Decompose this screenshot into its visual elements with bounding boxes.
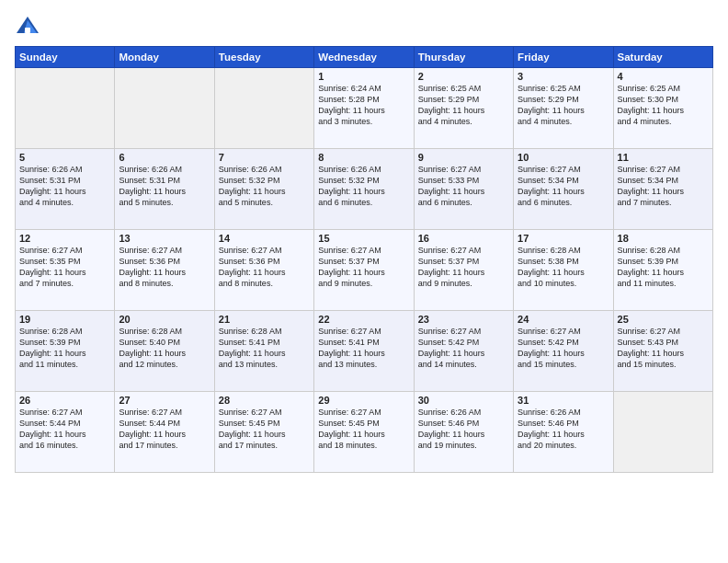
day-number: 15 [318,233,409,244]
page: SundayMondayTuesdayWednesdayThursdayFrid… [0,0,728,563]
day-number: 22 [318,314,409,325]
day-cell-28: 28Sunrise: 6:27 AMSunset: 5:45 PMDayligh… [214,392,313,473]
day-number: 27 [119,395,210,406]
day-cell-18: 18Sunrise: 6:28 AMSunset: 5:39 PMDayligh… [613,230,712,311]
day-cell-3: 3Sunrise: 6:25 AMSunset: 5:29 PMDaylight… [514,68,613,149]
day-cell-19: 19Sunrise: 6:28 AMSunset: 5:39 PMDayligh… [16,311,115,392]
day-number: 16 [418,233,509,244]
empty-cell [115,68,214,149]
day-content: Sunrise: 6:25 AMSunset: 5:29 PMDaylight:… [518,83,609,128]
day-number: 28 [219,395,310,406]
week-row-2: 5Sunrise: 6:26 AMSunset: 5:31 PMDaylight… [16,149,713,230]
weekday-header-row: SundayMondayTuesdayWednesdayThursdayFrid… [16,47,713,68]
day-cell-1: 1Sunrise: 6:24 AMSunset: 5:28 PMDaylight… [314,68,414,149]
day-content: Sunrise: 6:26 AMSunset: 5:46 PMDaylight:… [418,407,509,452]
weekday-saturday: Saturday [613,47,712,68]
day-content: Sunrise: 6:28 AMSunset: 5:41 PMDaylight:… [219,326,310,371]
day-cell-10: 10Sunrise: 6:27 AMSunset: 5:34 PMDayligh… [514,149,613,230]
week-row-5: 26Sunrise: 6:27 AMSunset: 5:44 PMDayligh… [16,392,713,473]
day-content: Sunrise: 6:27 AMSunset: 5:35 PMDaylight:… [19,245,110,290]
weekday-sunday: Sunday [16,47,115,68]
day-cell-14: 14Sunrise: 6:27 AMSunset: 5:36 PMDayligh… [214,230,313,311]
day-content: Sunrise: 6:27 AMSunset: 5:36 PMDaylight:… [119,245,210,290]
day-number: 1 [318,71,409,82]
day-content: Sunrise: 6:24 AMSunset: 5:28 PMDaylight:… [318,83,409,128]
day-cell-11: 11Sunrise: 6:27 AMSunset: 5:34 PMDayligh… [613,149,712,230]
day-content: Sunrise: 6:26 AMSunset: 5:31 PMDaylight:… [119,164,210,209]
day-content: Sunrise: 6:27 AMSunset: 5:44 PMDaylight:… [19,407,110,452]
day-cell-7: 7Sunrise: 6:26 AMSunset: 5:32 PMDaylight… [214,149,313,230]
day-content: Sunrise: 6:27 AMSunset: 5:33 PMDaylight:… [418,164,509,209]
day-content: Sunrise: 6:27 AMSunset: 5:34 PMDaylight:… [518,164,609,209]
week-row-4: 19Sunrise: 6:28 AMSunset: 5:39 PMDayligh… [16,311,713,392]
day-cell-23: 23Sunrise: 6:27 AMSunset: 5:42 PMDayligh… [414,311,513,392]
day-number: 2 [418,71,509,82]
day-number: 7 [219,152,310,163]
day-number: 3 [518,71,609,82]
day-content: Sunrise: 6:28 AMSunset: 5:40 PMDaylight:… [119,326,210,371]
day-cell-16: 16Sunrise: 6:27 AMSunset: 5:37 PMDayligh… [414,230,513,311]
day-content: Sunrise: 6:28 AMSunset: 5:38 PMDaylight:… [518,245,609,290]
day-content: Sunrise: 6:27 AMSunset: 5:45 PMDaylight:… [219,407,310,452]
day-number: 10 [518,152,609,163]
day-content: Sunrise: 6:26 AMSunset: 5:46 PMDaylight:… [518,407,609,452]
day-cell-22: 22Sunrise: 6:27 AMSunset: 5:41 PMDayligh… [314,311,414,392]
day-cell-15: 15Sunrise: 6:27 AMSunset: 5:37 PMDayligh… [314,230,414,311]
day-cell-25: 25Sunrise: 6:27 AMSunset: 5:43 PMDayligh… [613,311,712,392]
day-number: 17 [518,233,609,244]
weekday-tuesday: Tuesday [214,47,313,68]
day-content: Sunrise: 6:27 AMSunset: 5:43 PMDaylight:… [618,326,709,371]
day-cell-8: 8Sunrise: 6:26 AMSunset: 5:32 PMDaylight… [314,149,414,230]
day-cell-12: 12Sunrise: 6:27 AMSunset: 5:35 PMDayligh… [16,230,115,311]
day-number: 26 [19,395,110,406]
day-cell-13: 13Sunrise: 6:27 AMSunset: 5:36 PMDayligh… [115,230,214,311]
day-cell-21: 21Sunrise: 6:28 AMSunset: 5:41 PMDayligh… [214,311,313,392]
day-number: 11 [618,152,709,163]
day-number: 13 [119,233,210,244]
day-content: Sunrise: 6:26 AMSunset: 5:31 PMDaylight:… [19,164,110,209]
logo-icon [15,13,40,39]
day-content: Sunrise: 6:27 AMSunset: 5:34 PMDaylight:… [618,164,709,209]
day-content: Sunrise: 6:27 AMSunset: 5:42 PMDaylight:… [518,326,609,371]
svg-rect-2 [25,28,30,33]
day-content: Sunrise: 6:27 AMSunset: 5:41 PMDaylight:… [318,326,409,371]
weekday-wednesday: Wednesday [314,47,414,68]
day-cell-6: 6Sunrise: 6:26 AMSunset: 5:31 PMDaylight… [115,149,214,230]
day-number: 31 [518,395,609,406]
day-cell-30: 30Sunrise: 6:26 AMSunset: 5:46 PMDayligh… [414,392,513,473]
day-number: 12 [19,233,110,244]
day-content: Sunrise: 6:27 AMSunset: 5:42 PMDaylight:… [418,326,509,371]
day-number: 23 [418,314,509,325]
day-cell-5: 5Sunrise: 6:26 AMSunset: 5:31 PMDaylight… [16,149,115,230]
day-content: Sunrise: 6:27 AMSunset: 5:44 PMDaylight:… [119,407,210,452]
empty-cell [613,392,712,473]
day-number: 20 [119,314,210,325]
day-cell-27: 27Sunrise: 6:27 AMSunset: 5:44 PMDayligh… [115,392,214,473]
day-cell-9: 9Sunrise: 6:27 AMSunset: 5:33 PMDaylight… [414,149,513,230]
day-cell-2: 2Sunrise: 6:25 AMSunset: 5:29 PMDaylight… [414,68,513,149]
weekday-thursday: Thursday [414,47,513,68]
day-number: 24 [518,314,609,325]
day-number: 4 [618,71,709,82]
day-number: 14 [219,233,310,244]
day-cell-24: 24Sunrise: 6:27 AMSunset: 5:42 PMDayligh… [514,311,613,392]
day-cell-31: 31Sunrise: 6:26 AMSunset: 5:46 PMDayligh… [514,392,613,473]
empty-cell [214,68,313,149]
day-content: Sunrise: 6:26 AMSunset: 5:32 PMDaylight:… [219,164,310,209]
day-number: 19 [19,314,110,325]
day-cell-17: 17Sunrise: 6:28 AMSunset: 5:38 PMDayligh… [514,230,613,311]
day-content: Sunrise: 6:25 AMSunset: 5:30 PMDaylight:… [618,83,709,128]
day-cell-20: 20Sunrise: 6:28 AMSunset: 5:40 PMDayligh… [115,311,214,392]
weekday-friday: Friday [514,47,613,68]
day-number: 9 [418,152,509,163]
day-number: 25 [618,314,709,325]
day-number: 30 [418,395,509,406]
day-cell-29: 29Sunrise: 6:27 AMSunset: 5:45 PMDayligh… [314,392,414,473]
day-number: 29 [318,395,409,406]
day-content: Sunrise: 6:28 AMSunset: 5:39 PMDaylight:… [618,245,709,290]
day-number: 18 [618,233,709,244]
day-content: Sunrise: 6:27 AMSunset: 5:36 PMDaylight:… [219,245,310,290]
day-content: Sunrise: 6:27 AMSunset: 5:37 PMDaylight:… [318,245,409,290]
week-row-1: 1Sunrise: 6:24 AMSunset: 5:28 PMDaylight… [16,68,713,149]
day-number: 8 [318,152,409,163]
